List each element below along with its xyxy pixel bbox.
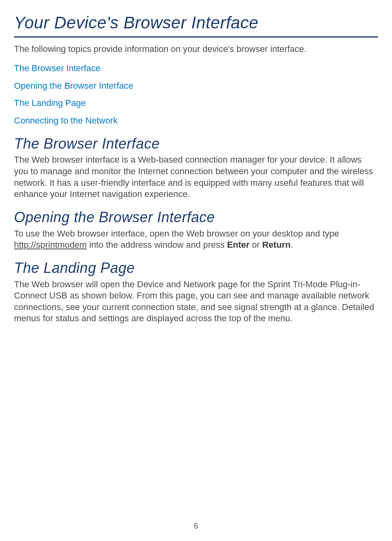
section-body-opening: To use the Web browser interface, open t… xyxy=(14,228,378,251)
opening-key-enter: Enter xyxy=(227,240,249,250)
intro-text: The following topics provide information… xyxy=(14,44,378,55)
section-body-landing: The Web browser will open the Device and… xyxy=(14,279,378,324)
toc-link-browser-interface[interactable]: The Browser Interface xyxy=(14,63,378,74)
opening-key-return: Return xyxy=(262,240,291,250)
opening-body-pre: To use the Web browser interface, open t… xyxy=(14,229,339,239)
toc-link-connecting[interactable]: Connecting to the Network xyxy=(14,115,378,127)
section-body-browser-interface: The Web browser interface is a Web-based… xyxy=(14,154,378,200)
toc-links: The Browser Interface Opening the Browse… xyxy=(14,63,378,126)
toc-link-landing-page[interactable]: The Landing Page xyxy=(14,97,378,109)
opening-url: http://sprintmodem xyxy=(14,240,87,250)
toc-link-opening[interactable]: Opening the Browser Interface xyxy=(14,80,378,92)
page-number: 6 xyxy=(0,521,392,531)
opening-or: or xyxy=(249,240,262,250)
section-heading-landing: The Landing Page xyxy=(14,259,378,278)
section-heading-opening: Opening the Browser Interface xyxy=(14,208,378,227)
section-heading-browser-interface: The Browser Interface xyxy=(14,135,378,153)
opening-body-mid: into the address window and press xyxy=(87,240,227,250)
opening-period: . xyxy=(291,240,293,250)
page-title: Your Device's Browser Interface xyxy=(14,12,378,38)
